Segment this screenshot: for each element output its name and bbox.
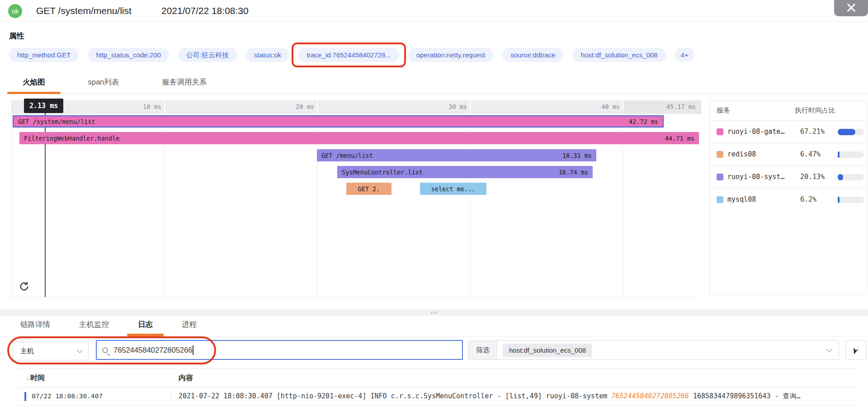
span-bar-label: GET 2. xyxy=(358,185,380,193)
log-table: ↓时间 内容 07/22 18:08:30.4072021-07-22 18:0… xyxy=(18,368,860,406)
axis-tick-label: 45.17 ms xyxy=(658,103,696,110)
log-search-input[interactable]: 7652445840272805266 xyxy=(96,340,463,360)
span-bar-duration: 16.74 ms xyxy=(559,169,588,176)
log-filter-select[interactable]: 筛选 host:df_solution_ecs_008 xyxy=(468,340,839,360)
page-title: GET /system/menu/list xyxy=(36,5,132,16)
service-color-chip xyxy=(717,151,723,158)
log-search-value: 7652445840272805266 xyxy=(113,346,192,354)
more-attributes-pill[interactable]: 4+ xyxy=(675,48,694,62)
span-bar[interactable]: GET 2. xyxy=(346,183,392,195)
service-color-chip xyxy=(717,128,723,135)
axis-separator xyxy=(317,100,318,114)
axis-separator xyxy=(470,100,471,114)
time-axis: 10 ms20 ms30 ms40 ms45.17 ms xyxy=(12,100,701,114)
service-percent: 67.21% xyxy=(800,128,825,136)
axis-separator xyxy=(623,100,623,114)
service-name: ruoyi-08-gate… xyxy=(727,128,793,136)
span-bar[interactable]: FilteringWebHandler.handle44.71 ms xyxy=(19,132,699,144)
log-level-accent xyxy=(24,392,26,401)
header: ok GET /system/menu/list 2021/07/22 18:0… xyxy=(0,0,868,22)
service-column-header: 服务 xyxy=(717,106,730,115)
log-content-prefix: 2021-07-22 18:08:30.407 [http-nio-9201-e… xyxy=(179,392,611,400)
axis-tick-label: 30 ms xyxy=(429,103,467,110)
axis-tick-label: 40 ms xyxy=(582,103,620,110)
attribute-pill[interactable]: status:ok xyxy=(246,48,289,62)
percent-bar-fill xyxy=(838,151,840,158)
attributes-label: 属性 xyxy=(9,31,24,41)
attribute-pill[interactable]: source:ddtrace xyxy=(502,48,563,62)
chevron-down-icon xyxy=(77,347,83,353)
tab-tabs_bottom-2[interactable]: 日志 xyxy=(138,320,153,336)
service-name: ruoyi-08-syst… xyxy=(727,173,793,181)
attribute-pill[interactable]: host:df_solution_ecs_008 xyxy=(572,48,665,62)
time-column-header[interactable]: ↓时间 xyxy=(26,373,45,383)
span-bar-label: GET /menu/list xyxy=(321,152,373,159)
span-bar-duration: 44.71 ms xyxy=(665,135,694,142)
percent-bar-track xyxy=(838,197,864,203)
chevron-down-icon xyxy=(826,346,832,352)
attribute-pill[interactable]: trace_id:76524458402728... xyxy=(298,48,399,62)
service-row[interactable]: mysql086.2% xyxy=(710,188,867,211)
attribute-pill[interactable]: http_status_code:200 xyxy=(88,48,169,62)
tab-tabs_bottom-1[interactable]: 主机监控 xyxy=(79,320,109,336)
percent-bar-track xyxy=(838,151,864,158)
annotation-red-ring: trace_id:76524458402728... xyxy=(292,43,406,67)
sort-desc-icon: ↓ xyxy=(26,374,29,382)
span-bar[interactable]: GET /menu/list18.31 ms xyxy=(317,149,596,161)
attribute-pill[interactable]: http_method:GET xyxy=(9,48,79,62)
log-content-suffix: 1685834479896351643 - 查询… xyxy=(689,392,801,400)
span-bar-duration: 18.31 ms xyxy=(562,152,592,159)
resize-divider[interactable] xyxy=(0,309,868,316)
service-color-chip xyxy=(717,174,723,180)
service-panel-header: 服务 执行时间占比 xyxy=(710,101,867,120)
service-color-chip xyxy=(717,196,723,203)
service-row[interactable]: ruoyi-08-syst…20.13% xyxy=(710,165,867,188)
refresh-icon[interactable] xyxy=(19,281,30,293)
log-time: 07/22 18:08:30.407 xyxy=(32,392,103,400)
log-trace-id-highlight[interactable]: 7652445840272805266 xyxy=(611,392,689,400)
span-bar-duration: 42.72 ms xyxy=(629,118,658,125)
tab-tabs_top-1[interactable]: span列表 xyxy=(88,77,119,94)
service-percent: 6.47% xyxy=(800,150,821,158)
span-bar-label: SysMenuController.list xyxy=(342,169,423,176)
tab-tabs_bottom-3[interactable]: 进程 xyxy=(182,320,197,336)
time-cursor-tooltip: 2.13 ms xyxy=(24,99,63,113)
column-separator xyxy=(171,391,171,402)
service-row[interactable]: ruoyi-08-gate…67.21% xyxy=(710,120,867,143)
log-row[interactable]: 07/22 18:08:30.4072021-07-22 18:08:30.40… xyxy=(18,387,860,406)
filter-label: 筛选 xyxy=(469,341,497,359)
axis-tick-label: 10 ms xyxy=(123,103,161,110)
span-bar[interactable]: SysMenuController.list16.74 ms xyxy=(337,166,593,178)
service-percent: 20.13% xyxy=(800,173,825,181)
search-icon xyxy=(102,347,108,353)
close-button[interactable] xyxy=(834,0,868,16)
flame-graph: 10 ms20 ms30 ms40 ms45.17 ms 2.13 ms GET… xyxy=(11,100,701,298)
service-time-panel: 服务 执行时间占比 ruoyi-08-gate…67.21%redis086.4… xyxy=(709,100,867,295)
span-bar-label: FilteringWebHandler.handle xyxy=(24,135,119,142)
percent-bar-fill xyxy=(838,197,840,203)
trace-detail-panel: ok GET /system/menu/list 2021/07/22 18:0… xyxy=(0,0,868,411)
log-scope-select[interactable]: 主机 xyxy=(13,342,89,360)
jump-arrow-icon xyxy=(852,346,860,354)
trace-view-tabs: 火焰图span列表服务调用关系 xyxy=(0,72,868,94)
ratio-column-header: 执行时间占比 xyxy=(795,106,835,115)
log-scope-value: 主机 xyxy=(20,347,34,355)
service-name: mysql08 xyxy=(727,195,793,203)
attribute-pill[interactable]: 公司:驻云科技 xyxy=(178,48,237,62)
tab-tabs_bottom-0[interactable]: 链路详情 xyxy=(20,320,50,336)
tab-tabs_top-0[interactable]: 火焰图 xyxy=(23,77,45,94)
service-name: redis08 xyxy=(727,150,793,158)
span-bar[interactable]: select me... xyxy=(420,183,486,195)
service-row[interactable]: redis086.47% xyxy=(710,143,867,165)
tab-tabs_top-2[interactable]: 服务调用关系 xyxy=(162,77,207,94)
percent-bar-track xyxy=(838,174,864,180)
attribute-pill[interactable]: operation:netty.request xyxy=(408,48,493,62)
open-in-logs-button[interactable] xyxy=(845,340,866,360)
span-bar-label: GET /system/menu/list xyxy=(18,118,95,125)
service-percent: 6.2% xyxy=(800,195,816,203)
span-bar[interactable]: GET /system/menu/list42.72 ms xyxy=(13,115,664,128)
percent-bar-fill xyxy=(838,174,843,180)
text-caret xyxy=(193,345,193,355)
log-table-header: ↓时间 内容 xyxy=(18,368,860,387)
host-filter-pill[interactable]: host:df_solution_ecs_008 xyxy=(503,344,592,357)
